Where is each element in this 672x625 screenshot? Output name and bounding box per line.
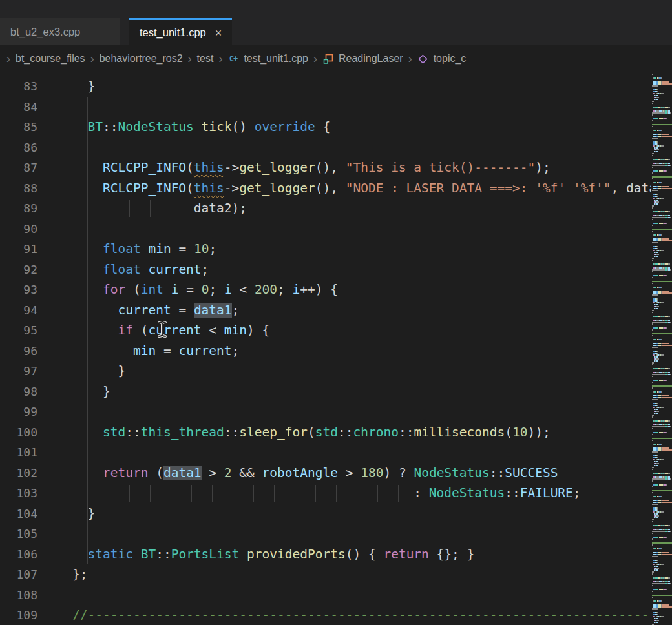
chevron-right-icon: ›	[313, 52, 317, 66]
code-line[interactable]: 96 min = current;	[0, 341, 672, 362]
breadcrumb-item-topic[interactable]: topic_c	[434, 53, 467, 65]
line-number[interactable]: 99	[0, 402, 57, 422]
chevron-right-icon: ›	[218, 52, 222, 66]
line-number[interactable]: 101	[0, 442, 57, 463]
method-symbol-icon	[417, 54, 428, 65]
breadcrumb-item-bt_course_files[interactable]: bt_course_files	[16, 53, 85, 65]
line-number[interactable]: 107	[0, 564, 57, 585]
code-text: RCLCPP_INFO(this->get_logger(), "This is…	[57, 158, 672, 178]
tab-bt_u2_ex3-cpp[interactable]: bt_u2_ex3.cpp	[0, 18, 120, 45]
code-text	[57, 219, 672, 240]
code-area: 83 }8485 BT::NodeStatus tick() override …	[0, 72, 672, 625]
code-text: }	[57, 382, 672, 402]
breadcrumb-item-test_unit1-cpp[interactable]: test_unit1.cpp	[244, 53, 308, 65]
code-text: data2);	[57, 198, 672, 219]
close-icon[interactable]: ×	[215, 27, 222, 39]
code-line[interactable]: 101	[0, 442, 672, 463]
line-number[interactable]: 102	[0, 463, 57, 484]
line-number[interactable]: 105	[0, 524, 57, 544]
code-line[interactable]: 95 if (current < min) {	[0, 320, 672, 341]
code-line[interactable]: 85 BT::NodeStatus tick() override {	[0, 117, 672, 138]
line-number[interactable]: 103	[0, 483, 57, 504]
code-line[interactable]: 83 }	[0, 76, 672, 97]
code-line[interactable]: 94 current = data1;	[0, 300, 672, 321]
line-number[interactable]: 90	[0, 219, 57, 240]
code-line[interactable]: 105	[0, 524, 672, 544]
code-editor[interactable]: 83 }8485 BT::NodeStatus tick() override …	[0, 72, 672, 625]
line-number[interactable]: 97	[0, 361, 57, 382]
code-text	[57, 138, 672, 158]
code-line[interactable]: 99	[0, 402, 672, 422]
line-number[interactable]: 89	[0, 198, 57, 219]
line-number[interactable]: 94	[0, 300, 57, 321]
tab-label: test_unit1.cpp	[140, 26, 206, 39]
code-line[interactable]: 103 : NodeStatus::FAILURE;	[0, 483, 672, 504]
breadcrumb-item-test[interactable]: test	[197, 53, 214, 65]
code-line[interactable]: 97 }	[0, 361, 672, 382]
cpp-file-icon: C+	[227, 54, 238, 65]
chevron-right-icon: ›	[90, 52, 94, 66]
line-number[interactable]: 98	[0, 382, 57, 402]
code-line[interactable]: 90	[0, 219, 672, 240]
code-line[interactable]: 93 for (int i = 0; i < 200; i++) {	[0, 280, 672, 300]
code-line[interactable]: 88 RCLCPP_INFO(this->get_logger(), "NODE…	[0, 178, 672, 199]
code-text: if (current < min) {	[57, 320, 672, 341]
code-line[interactable]: 104 }	[0, 504, 672, 524]
line-number[interactable]: 86	[0, 138, 57, 158]
code-text: float current;	[57, 260, 672, 280]
code-line[interactable]: 107};	[0, 564, 672, 585]
minimap[interactable]	[651, 72, 672, 625]
code-line[interactable]: 86	[0, 138, 672, 158]
code-text: }	[57, 504, 672, 524]
code-text: : NodeStatus::FAILURE;	[57, 483, 672, 504]
class-symbol-icon	[322, 54, 333, 65]
chevron-right-icon: ›	[408, 52, 412, 66]
code-line[interactable]: 91 float min = 10;	[0, 239, 672, 260]
line-number[interactable]: 84	[0, 97, 57, 118]
line-number[interactable]: 83	[0, 76, 57, 97]
code-line[interactable]: 108	[0, 585, 672, 606]
code-text: BT::NodeStatus tick() override {	[57, 117, 672, 138]
code-line[interactable]: 106 static BT::PortsList providedPorts()…	[0, 544, 672, 565]
code-text: static BT::PortsList providedPorts() { r…	[57, 544, 672, 565]
code-text: }	[57, 361, 672, 382]
code-line[interactable]: 84	[0, 97, 672, 118]
code-line[interactable]: 100 std::this_thread::sleep_for(std::chr…	[0, 422, 672, 443]
line-number[interactable]: 100	[0, 422, 57, 443]
line-number[interactable]: 85	[0, 117, 57, 138]
code-text	[57, 402, 672, 422]
tab-test_unit1-cpp[interactable]: test_unit1.cpp ×	[129, 18, 232, 45]
code-text: return (data1 > 2 && robotAngle > 180) ?…	[57, 463, 672, 484]
line-number[interactable]: 96	[0, 341, 57, 362]
code-text: RCLCPP_INFO(this->get_logger(), "NODE : …	[57, 178, 672, 199]
breadcrumb-item-ReadingLaser[interactable]: ReadingLaser	[339, 53, 403, 65]
code-text: //--------------------------------------…	[57, 605, 672, 625]
code-text	[57, 97, 672, 118]
code-line[interactable]: 92 float current;	[0, 260, 672, 280]
code-line[interactable]: 89 data2);	[0, 198, 672, 219]
code-line[interactable]: 98 }	[0, 382, 672, 402]
line-number[interactable]: 87	[0, 158, 57, 178]
line-number[interactable]: 109	[0, 605, 57, 625]
code-text: for (int i = 0; i < 200; i++) {	[57, 280, 672, 300]
line-number[interactable]: 108	[0, 585, 57, 606]
code-text: current = data1;	[57, 300, 672, 321]
code-line[interactable]: 109//-----------------------------------…	[0, 605, 672, 625]
chevron-right-icon: ›	[188, 52, 192, 66]
code-text: std::this_thread::sleep_for(std::chrono:…	[57, 422, 672, 443]
line-number[interactable]: 95	[0, 320, 57, 341]
tab-label: bt_u2_ex3.cpp	[10, 26, 80, 38]
line-number[interactable]: 104	[0, 504, 57, 524]
chevron-right-icon: ›	[6, 52, 10, 66]
tab-bar: bt_u2_ex3.cpp test_unit1.cpp ×	[0, 0, 672, 45]
line-number[interactable]: 93	[0, 280, 57, 300]
line-number[interactable]: 106	[0, 544, 57, 565]
breadcrumb-item-behaviortree_ros2[interactable]: behaviortree_ros2	[100, 53, 183, 65]
code-line[interactable]: 87 RCLCPP_INFO(this->get_logger(), "This…	[0, 158, 672, 178]
line-number[interactable]: 88	[0, 178, 57, 199]
code-text	[57, 524, 672, 544]
line-number[interactable]: 91	[0, 239, 57, 260]
code-line[interactable]: 102 return (data1 > 2 && robotAngle > 18…	[0, 463, 672, 484]
code-text: min = current;	[57, 341, 672, 362]
line-number[interactable]: 92	[0, 260, 57, 280]
